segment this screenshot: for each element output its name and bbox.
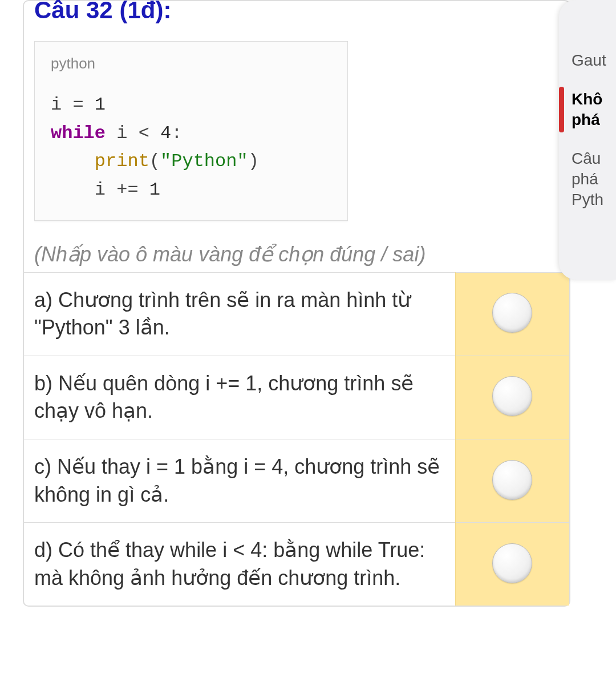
code-line: i = 1 (51, 91, 336, 119)
code-line: while i < 4: (51, 119, 336, 148)
option-text: d) Có thể thay while i < 4: bằng while T… (24, 523, 455, 606)
code-token: ) (248, 151, 259, 172)
code-token: : (171, 123, 182, 144)
radio-icon[interactable] (492, 376, 532, 416)
code-token: ( (149, 151, 160, 172)
code-token: while (51, 123, 106, 144)
code-line: print("Python") (51, 147, 336, 176)
option-text: b) Nếu quên dòng i += 1, chương trình sẽ… (24, 356, 455, 439)
option-toggle-cell[interactable] (455, 523, 569, 606)
code-token: 1 (139, 179, 160, 200)
sidebar-panel: GautKhôpháCâupháPyth (559, 0, 616, 280)
code-language-label: python (51, 52, 336, 75)
options-table: a) Chương trình trên sẽ in ra màn hình t… (24, 272, 569, 606)
option-row: c) Nếu thay i = 1 bằng i = 4, chương trì… (24, 439, 569, 523)
option-toggle-cell[interactable] (455, 439, 569, 523)
code-lines: i = 1while i < 4: print("Python") i += 1 (51, 91, 336, 204)
instruction-text: (Nhấp vào ô màu vàng để chọn đúng / sai) (24, 232, 569, 272)
sidebar-item-label: phá (572, 170, 616, 188)
radio-icon[interactable] (492, 543, 532, 583)
option-toggle-cell[interactable] (455, 356, 569, 439)
code-token: < (139, 123, 149, 144)
sidebar-item-label: Gaut (572, 51, 606, 69)
code-token: = (72, 94, 83, 115)
code-token: 4 (149, 123, 171, 144)
code-token: 1 (84, 94, 106, 115)
option-text: c) Nếu thay i = 1 bằng i = 4, chương trì… (24, 439, 455, 523)
code-token: i (106, 123, 139, 144)
sidebar-item-label: Câu (572, 150, 601, 167)
sidebar-item-label: Khô (572, 90, 602, 108)
code-line: i += 1 (51, 176, 336, 204)
sidebar-item-label: Pyth (572, 191, 616, 209)
option-row: d) Có thể thay while i < 4: bằng while T… (24, 523, 569, 606)
code-token: i (51, 179, 116, 200)
code-token: += (116, 179, 138, 200)
option-text: a) Chương trình trên sẽ in ra màn hình t… (24, 272, 455, 356)
code-token (51, 151, 95, 172)
sidebar-item[interactable]: CâupháPyth (572, 150, 616, 209)
code-token: print (95, 151, 149, 172)
code-token: i (51, 94, 72, 115)
sidebar-item-label: phá (572, 111, 616, 129)
code-block: python i = 1while i < 4: print("Python")… (34, 41, 348, 221)
option-toggle-cell[interactable] (455, 272, 569, 356)
radio-icon[interactable] (492, 460, 532, 500)
sidebar-item[interactable]: Gaut (572, 51, 616, 70)
code-token: "Python" (160, 151, 248, 172)
question-card: Câu 32 (1đ): python i = 1while i < 4: pr… (23, 0, 570, 607)
question-title: Câu 32 (1đ): (24, 0, 569, 30)
option-row: b) Nếu quên dòng i += 1, chương trình sẽ… (24, 356, 569, 439)
option-row: a) Chương trình trên sẽ in ra màn hình t… (24, 272, 569, 356)
radio-icon[interactable] (492, 293, 532, 333)
sidebar-item[interactable]: Khôphá (572, 90, 616, 129)
